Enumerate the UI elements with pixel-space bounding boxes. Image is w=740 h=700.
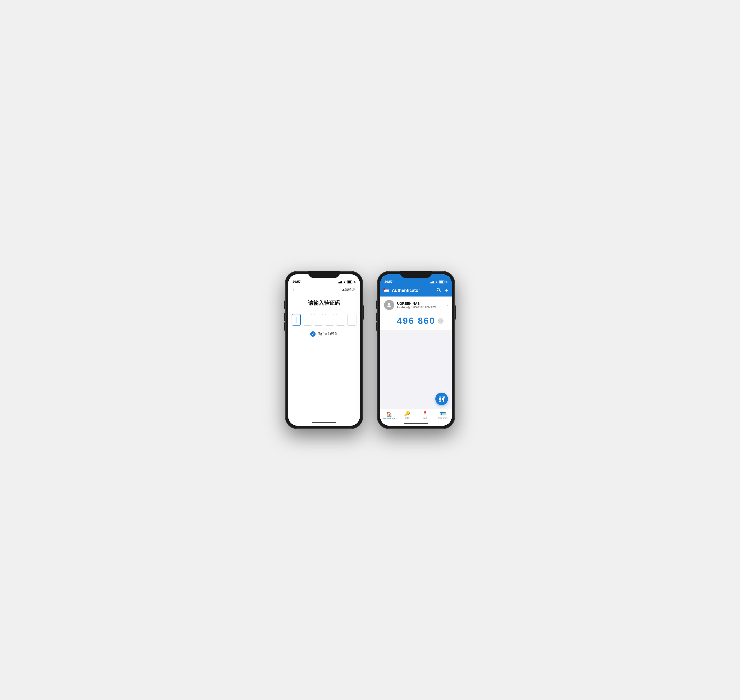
search-button[interactable] [436, 288, 441, 293]
tab-address-label: 地址 [423, 417, 427, 420]
cant-verify-button[interactable]: 无法验证 [341, 288, 355, 292]
tab-verified-id[interactable]: 🪪 已验证 ID [434, 409, 452, 421]
battery-left: 85 [347, 281, 355, 284]
menu-badge [383, 288, 385, 290]
check-icon: ✓ [310, 331, 316, 337]
svg-rect-7 [440, 397, 440, 398]
home-bar-right [404, 423, 428, 424]
signal-icon-right [430, 281, 434, 284]
phone-left-inner: 20:57 ▲ 85 ‹ 无法验证 请输入验证码 [288, 274, 360, 426]
svg-rect-9 [440, 400, 440, 401]
svg-point-3 [388, 306, 391, 307]
wifi-icon-right: ▲ [435, 281, 438, 284]
tab-bar: 🏠 Authenticator 🔑 密码 📍 地址 🪪 已验证 ID [380, 409, 452, 422]
app-header: Authenticator + [380, 285, 452, 297]
notch-right [400, 271, 432, 278]
verification-title: 请输入验证码 [288, 295, 360, 314]
tab-id-icon: 🪪 [440, 411, 446, 416]
status-icons-left: ▲ 85 [338, 281, 355, 284]
phone-right: 20:57 ▲ 85 Authentic [377, 271, 455, 429]
status-icons-right: ▲ 85 [430, 281, 448, 284]
tab-authenticator-icon: 🏠 [386, 412, 392, 416]
svg-point-2 [388, 303, 390, 305]
otp-display: 496 860 12 [380, 313, 452, 330]
signal-icon-left [338, 281, 342, 284]
home-indicator-left [288, 422, 360, 426]
code-box-2[interactable] [303, 314, 312, 325]
app-title: Authenticator [392, 288, 434, 293]
trust-label: 信任当前设备 [317, 332, 338, 336]
back-button[interactable]: ‹ [293, 287, 295, 293]
tab-password[interactable]: 🔑 密码 [398, 409, 416, 421]
qr-scan-fab[interactable] [435, 393, 448, 405]
grey-area [380, 330, 452, 409]
otp-code: 496 860 [397, 316, 435, 326]
wifi-icon-left: ▲ [343, 281, 346, 284]
svg-line-1 [439, 290, 440, 292]
code-box-4[interactable] [325, 314, 334, 325]
phone-left: 20:57 ▲ 85 ‹ 无法验证 请输入验证码 [285, 271, 363, 429]
account-info: UGREEN NAS knudxiao@DXP4800PLUS-3EC1 [397, 301, 444, 309]
trust-device-row[interactable]: ✓ 信任当前设备 [288, 325, 360, 343]
time-right: 20:57 [385, 280, 392, 284]
code-box-1[interactable] [292, 314, 301, 325]
add-button[interactable]: + [445, 287, 448, 294]
code-box-6[interactable] [347, 314, 357, 325]
code-box-5[interactable] [336, 314, 345, 325]
account-card[interactable]: UGREEN NAS knudxiao@DXP4800PLUS-3EC1 › [380, 297, 452, 313]
notch-left [308, 271, 340, 278]
qr-icon [439, 396, 445, 402]
battery-right: 85 [439, 281, 448, 284]
phone1-header: ‹ 无法验证 [288, 285, 360, 295]
code-input-group [288, 314, 360, 325]
tab-address-icon: 📍 [422, 411, 428, 416]
tab-authenticator[interactable]: 🏠 Authenticator [380, 409, 398, 421]
account-sub: knudxiao@DXP4800PLUS-3EC1 [397, 306, 444, 309]
time-left: 20:57 [292, 280, 301, 284]
account-name: UGREEN NAS [397, 301, 444, 306]
scene: 20:57 ▲ 85 ‹ 无法验证 请输入验证码 [285, 271, 455, 429]
cursor [296, 317, 297, 323]
chevron-right-icon: › [447, 303, 448, 307]
code-box-3[interactable] [314, 314, 323, 325]
tab-password-icon: 🔑 [404, 411, 410, 416]
avatar [384, 300, 394, 310]
tab-address[interactable]: 📍 地址 [416, 409, 434, 421]
tab-password-label: 密码 [405, 417, 409, 420]
tab-id-label: 已验证 ID [438, 417, 448, 420]
otp-timer: 12 [438, 318, 443, 324]
menu-button[interactable] [384, 289, 389, 292]
home-indicator-right [380, 422, 452, 426]
tab-authenticator-label: Authenticator [383, 417, 395, 420]
phone-right-inner: 20:57 ▲ 85 Authentic [380, 274, 452, 426]
svg-rect-8 [443, 397, 444, 398]
home-bar-left [312, 422, 336, 424]
